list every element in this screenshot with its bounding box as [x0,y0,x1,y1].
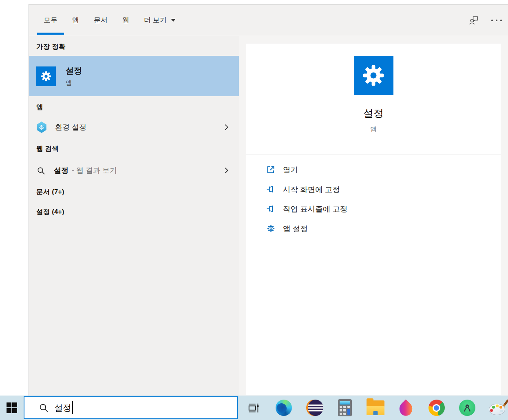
best-match-title: 설정 [66,65,82,76]
settings-group-header[interactable]: 설정 (4+) [36,208,239,217]
action-open-label: 열기 [283,165,298,175]
calculator-icon [338,399,352,416]
settings-gear-icon [354,56,393,95]
preferences-hexagon-gear-icon [36,122,47,133]
taskbar-icon-file-explorer[interactable] [360,396,391,420]
more-options-ellipsis-icon[interactable] [485,4,508,36]
settings-gear-icon [36,66,56,86]
tab-documents-label: 문서 [94,15,108,25]
taskbar-icon-edge[interactable] [268,396,299,420]
web-search-query: 설정 [54,166,68,175]
taskbar-icon-paint-3d[interactable] [391,396,421,420]
action-open[interactable]: 열기 [266,160,501,179]
taskbar-icon-eclipse[interactable] [299,396,329,420]
best-match-subtitle: 앱 [66,79,82,87]
action-pin-to-start[interactable]: 시작 화면에 고정 [266,179,501,199]
apps-section-header: 앱 [36,103,239,112]
paint-3d-icon [396,399,415,418]
action-list: 열기 시작 화면에 고정 [246,155,501,238]
result-best-match-settings[interactable]: 설정 앱 [29,56,239,96]
feedback-person-icon[interactable] [462,4,485,36]
tab-apps[interactable]: 앱 [65,4,86,36]
search-results-list: 가장 정확 설정 [29,36,239,396]
windows-logo-icon [7,402,17,413]
taskbar-app-icons [238,396,508,420]
preview-pane: 설정 앱 열기 [239,36,508,396]
result-app-preferences[interactable]: 환경 설정 [29,117,239,137]
taskbar-search-input[interactable]: 설정 [24,396,238,419]
text-caret [72,401,73,414]
tab-more[interactable]: 더 보기 [137,4,183,36]
tab-web[interactable]: 웹 [115,4,137,36]
gear-outline-icon [266,223,276,233]
preview-card: 설정 앱 열기 [246,44,501,395]
tab-apps-label: 앱 [72,15,79,25]
tab-web-label: 웹 [122,15,129,25]
pin-icon [266,184,276,194]
preview-subtitle: 앱 [246,125,501,134]
eclipse-icon [306,400,322,416]
taskbar: 설정 [0,396,508,420]
pin-icon [266,204,276,214]
file-explorer-icon [367,400,384,415]
tab-all[interactable]: 모두 [36,4,65,36]
action-app-settings-label: 앱 설정 [283,223,308,234]
documents-group-header[interactable]: 문서 (7+) [36,188,239,197]
tab-all-label: 모두 [44,15,57,25]
result-web-search[interactable]: 설정 - 웹 결과 보기 [29,160,239,181]
tab-more-label: 더 보기 [144,15,167,25]
paint-icon [489,399,507,416]
tab-documents[interactable]: 문서 [86,4,115,36]
taskbar-icon-calculator[interactable] [329,396,360,420]
chrome-icon [428,400,445,416]
action-pin-taskbar-label: 작업 표시줄에 고정 [283,204,347,214]
action-app-settings[interactable]: 앱 설정 [266,219,501,238]
web-section-header: 웹 검색 [36,144,239,153]
search-icon [38,402,49,413]
action-pin-start-label: 시작 화면에 고정 [283,184,340,195]
best-match-header: 가장 정확 [36,42,239,51]
app-item-label: 환경 설정 [55,122,86,132]
search-icon [36,166,46,175]
search-input-value: 설정 [54,402,71,413]
web-search-suffix: - 웹 결과 보기 [72,166,117,175]
open-icon [266,165,276,175]
task-view-icon [246,401,260,414]
start-button[interactable] [0,396,24,420]
search-flyout-panel: 모두 앱 문서 웹 더 보기 [29,4,508,396]
search-tab-bar: 모두 앱 문서 웹 더 보기 [29,4,508,36]
chevron-right-icon[interactable] [222,166,231,175]
taskbar-icon-android-studio[interactable] [452,396,482,420]
taskbar-icon-chrome[interactable] [421,396,452,420]
chevron-down-icon [171,19,176,22]
android-studio-icon [459,400,475,416]
task-view-button[interactable] [238,396,268,420]
chevron-right-icon[interactable] [222,123,231,132]
action-pin-to-taskbar[interactable]: 작업 표시줄에 고정 [266,199,501,219]
preview-title: 설정 [246,106,501,120]
taskbar-icon-paint[interactable] [482,396,508,420]
edge-icon [276,400,292,416]
